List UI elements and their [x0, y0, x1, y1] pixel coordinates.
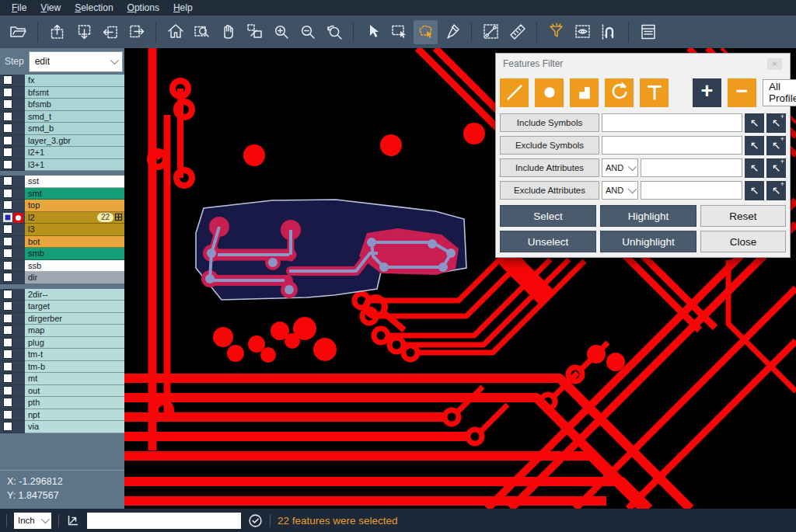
layer-row[interactable]: map	[0, 325, 124, 337]
assign-arrow-button[interactable]	[745, 113, 764, 133]
layer-row[interactable]: l2 22	[0, 212, 124, 224]
assign-add-arrow-button[interactable]	[766, 158, 786, 178]
reset-button[interactable]: Reset	[700, 205, 786, 227]
exclude-symbols-input[interactable]	[602, 136, 742, 155]
layer-visibility-checkbox[interactable]	[3, 273, 12, 282]
select-arrow-button[interactable]	[361, 20, 385, 44]
layer-visibility-checkbox[interactable]	[3, 88, 12, 97]
include-attributes-op-select[interactable]: AND	[602, 158, 638, 177]
layer-visibility-checkbox[interactable]	[3, 237, 12, 246]
zoom-window-button[interactable]	[243, 20, 267, 44]
exclude-attributes-input[interactable]	[641, 181, 742, 200]
exclude-attributes-button[interactable]: Exclude Attributes	[500, 181, 599, 200]
layer-visibility-checkbox[interactable]	[3, 261, 12, 270]
filter-text-button[interactable]	[640, 78, 669, 107]
measure-line-button[interactable]	[479, 20, 503, 44]
layer-visibility-checkbox[interactable]	[3, 123, 12, 133]
layer-visibility-checkbox[interactable]	[3, 362, 12, 371]
zoom-previous-button[interactable]	[322, 20, 346, 44]
pan-hand-button[interactable]	[216, 20, 240, 44]
layer-row[interactable]: l3+1	[0, 159, 124, 172]
exclude-attributes-op-select[interactable]: AND	[602, 181, 638, 200]
menu-selection[interactable]: Selection	[68, 1, 120, 15]
layer-visibility-checkbox[interactable]	[3, 249, 12, 258]
assign-arrow-button[interactable]	[745, 181, 764, 200]
layer-row[interactable]: smb	[0, 248, 124, 260]
layer-visibility-checkbox[interactable]	[3, 314, 12, 323]
close-button[interactable]: Close	[700, 231, 786, 252]
layer-row[interactable]: 2dir--	[0, 289, 124, 301]
assign-add-arrow-button[interactable]	[766, 181, 786, 200]
layer-row[interactable]: fx	[0, 75, 124, 87]
include-attributes-input[interactable]	[641, 158, 742, 177]
layer-visibility-checkbox[interactable]	[3, 422, 12, 431]
command-input[interactable]	[87, 513, 241, 529]
layer-row[interactable]: npt	[0, 409, 124, 422]
layer-visibility-checkbox[interactable]	[3, 112, 12, 121]
menu-help[interactable]: Help	[166, 1, 200, 15]
layer-row[interactable]: tm-t	[0, 349, 124, 361]
layer-row[interactable]: bot	[0, 236, 124, 249]
layer-row[interactable]: smt	[0, 188, 124, 200]
layer-visibility-checkbox[interactable]	[3, 99, 12, 109]
layer-visibility-checkbox[interactable]	[3, 325, 12, 335]
unselect-button[interactable]: Unselect	[500, 231, 596, 252]
layer-visibility-checkbox[interactable]	[3, 136, 12, 145]
layer-visibility-checkbox[interactable]	[3, 290, 12, 299]
layer-visibility-checkbox[interactable]	[3, 410, 12, 419]
layer-visibility-checkbox[interactable]	[3, 338, 12, 347]
clear-highlight-button[interactable]	[440, 20, 464, 44]
layer-visibility-checkbox[interactable]	[3, 224, 12, 234]
layer-visibility-checkbox[interactable]	[3, 398, 12, 407]
polarity-negative-button[interactable]: −	[728, 78, 756, 107]
include-symbols-button[interactable]: Include Symbols	[500, 113, 599, 132]
filter-pad-button[interactable]	[535, 78, 564, 107]
layer-visibility-checkbox[interactable]	[3, 148, 12, 157]
sync-check-icon[interactable]	[248, 513, 263, 528]
assign-arrow-button[interactable]	[745, 158, 764, 178]
layer-row[interactable]: top	[0, 200, 124, 212]
feature-log-button[interactable]	[636, 20, 660, 44]
filter-surface-button[interactable]	[570, 78, 599, 107]
filter-line-button[interactable]	[500, 78, 529, 107]
layer-row[interactable]: dir	[0, 272, 124, 284]
pan-right-button[interactable]	[124, 20, 148, 44]
layer-row[interactable]: via	[0, 421, 124, 433]
layer-row[interactable]: layer_3.gbr	[0, 135, 124, 148]
step-select[interactable]: edit	[29, 51, 123, 72]
layer-row[interactable]: plug	[0, 337, 124, 349]
home-view-button[interactable]	[163, 20, 187, 44]
profile-select[interactable]: All Profile	[763, 79, 796, 106]
layer-visibility-checkbox[interactable]	[3, 160, 12, 169]
layer-row[interactable]: sst	[0, 176, 124, 188]
layer-row[interactable]: ssb	[0, 260, 124, 273]
menu-options[interactable]: Options	[120, 1, 166, 15]
layer-visibility-checkbox[interactable]	[3, 75, 12, 85]
include-attributes-button[interactable]: Include Attributes	[500, 158, 599, 177]
layer-visibility-checkbox[interactable]	[3, 176, 12, 186]
unhighlight-button[interactable]: Unhighlight	[600, 231, 696, 252]
layer-row[interactable]: tm-b	[0, 361, 124, 374]
layer-row[interactable]: smd_t	[0, 111, 124, 123]
layer-row[interactable]: bfsmb	[0, 99, 124, 111]
menu-file[interactable]: File	[5, 1, 33, 15]
features-filter-button[interactable]	[544, 20, 568, 44]
polygon-select-button[interactable]	[414, 20, 438, 44]
units-select[interactable]: Inch	[14, 513, 51, 529]
layer-visibility-checkbox[interactable]	[3, 200, 12, 210]
layer-visibility-checkbox[interactable]	[3, 386, 12, 395]
layer-row[interactable]: l2+1	[0, 147, 124, 159]
layer-row[interactable]: target	[0, 301, 124, 313]
layer-visibility-checkbox[interactable]	[3, 301, 12, 311]
exclude-symbols-button[interactable]: Exclude Symbols	[500, 136, 599, 155]
polarity-positive-button[interactable]: +	[693, 78, 721, 107]
layer-row[interactable]: l3	[0, 224, 124, 236]
filter-arc-button[interactable]	[605, 78, 634, 107]
layer-row[interactable]: out	[0, 385, 124, 398]
pan-up-button[interactable]	[45, 20, 69, 44]
assign-add-arrow-button[interactable]	[766, 113, 786, 133]
assign-arrow-button[interactable]	[745, 136, 764, 155]
layer-row[interactable]: smd_b	[0, 123, 124, 135]
show-features-button[interactable]	[571, 20, 595, 44]
measure-ruler-button[interactable]	[505, 20, 529, 44]
